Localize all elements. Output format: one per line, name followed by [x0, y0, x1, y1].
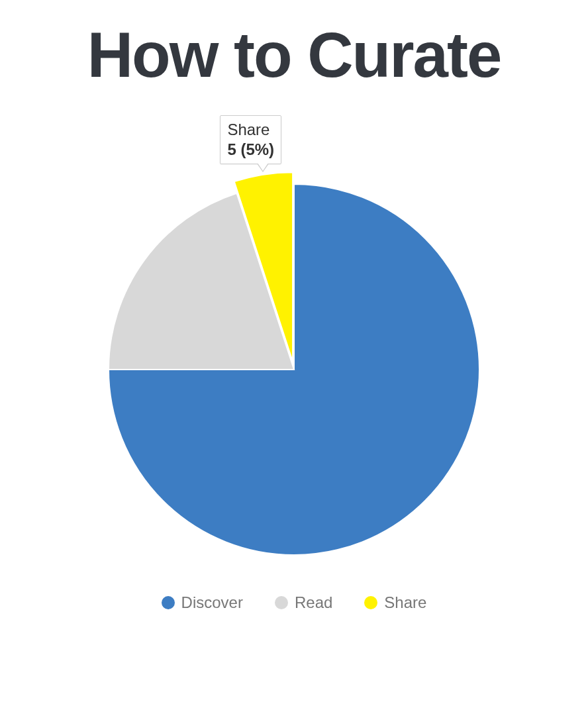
legend-item-discover[interactable]: Discover	[162, 593, 243, 612]
legend-swatch-icon	[162, 596, 175, 609]
tooltip-value: 5 (5%)	[227, 140, 274, 160]
legend: Discover Read Share	[0, 593, 588, 612]
legend-label: Read	[295, 593, 332, 612]
page-title: How to Curate	[0, 0, 588, 91]
legend-label: Share	[384, 593, 426, 612]
tooltip-name: Share	[227, 120, 274, 140]
chart-tooltip: Share 5 (5%)	[220, 115, 281, 164]
legend-item-share[interactable]: Share	[364, 593, 426, 612]
tooltip-tail-icon	[258, 163, 268, 171]
legend-label: Discover	[181, 593, 243, 612]
legend-item-read[interactable]: Read	[275, 593, 332, 612]
pie-chart	[95, 138, 493, 562]
page: How to Curate Share 5 (5%) Discover Read…	[0, 0, 588, 706]
legend-swatch-icon	[275, 596, 288, 609]
legend-swatch-icon	[364, 596, 377, 609]
pie-chart-container: Share 5 (5%)	[0, 138, 588, 562]
